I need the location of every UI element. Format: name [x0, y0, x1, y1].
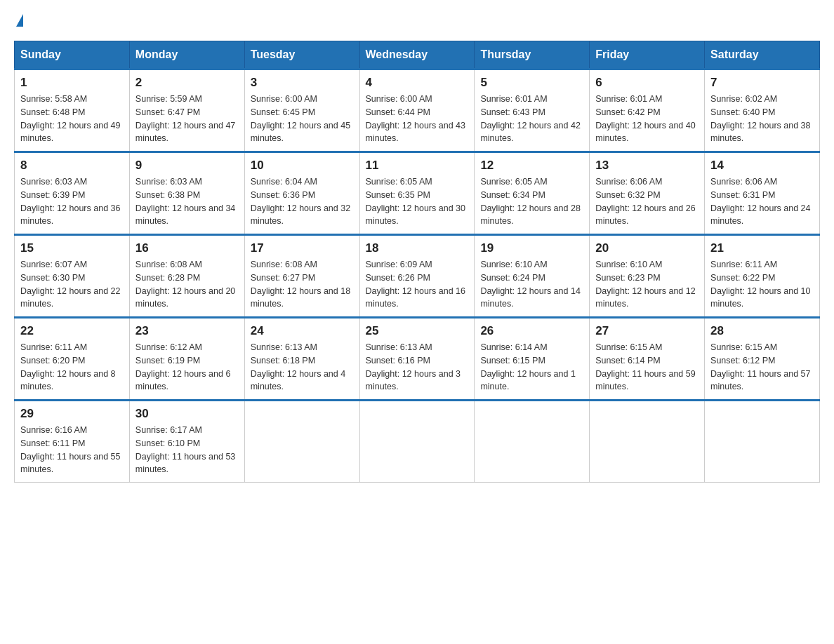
calendar-cell: 17Sunrise: 6:08 AMSunset: 6:27 PMDayligh…: [244, 235, 359, 318]
day-info: Sunrise: 6:10 AMSunset: 6:24 PMDaylight:…: [480, 258, 583, 311]
day-number: 29: [20, 407, 124, 421]
day-info: Sunrise: 6:13 AMSunset: 6:16 PMDaylight:…: [366, 341, 469, 394]
calendar-cell: 18Sunrise: 6:09 AMSunset: 6:26 PMDayligh…: [359, 235, 475, 318]
calendar-cell: 8Sunrise: 6:03 AMSunset: 6:39 PMDaylight…: [15, 152, 130, 235]
calendar-cell: 23Sunrise: 6:12 AMSunset: 6:19 PMDayligh…: [129, 318, 244, 401]
calendar-cell: 25Sunrise: 6:13 AMSunset: 6:16 PMDayligh…: [359, 318, 475, 401]
calendar-cell: 3Sunrise: 6:00 AMSunset: 6:45 PMDaylight…: [244, 69, 359, 152]
calendar-cell: 22Sunrise: 6:11 AMSunset: 6:20 PMDayligh…: [15, 318, 130, 401]
calendar-cell: 5Sunrise: 6:01 AMSunset: 6:43 PMDaylight…: [475, 69, 590, 152]
calendar-cell: 27Sunrise: 6:15 AMSunset: 6:14 PMDayligh…: [590, 318, 705, 401]
calendar-cell: 15Sunrise: 6:07 AMSunset: 6:30 PMDayligh…: [15, 235, 130, 318]
day-info: Sunrise: 6:15 AMSunset: 6:14 PMDaylight:…: [595, 341, 699, 394]
day-info: Sunrise: 6:12 AMSunset: 6:19 PMDaylight:…: [135, 341, 239, 394]
weekday-header-tuesday: Tuesday: [244, 41, 359, 69]
day-number: 12: [480, 159, 583, 173]
day-number: 30: [135, 407, 239, 421]
day-number: 24: [251, 324, 354, 338]
day-info: Sunrise: 6:16 AMSunset: 6:11 PMDaylight:…: [20, 424, 124, 476]
calendar-cell: [705, 401, 820, 483]
day-number: 26: [480, 324, 583, 338]
week-row-1: 1Sunrise: 5:58 AMSunset: 6:48 PMDaylight…: [15, 69, 820, 152]
weekday-header-wednesday: Wednesday: [359, 41, 475, 69]
day-number: 14: [710, 159, 814, 173]
weekday-header-friday: Friday: [590, 41, 705, 69]
calendar-cell: 24Sunrise: 6:13 AMSunset: 6:18 PMDayligh…: [244, 318, 359, 401]
day-info: Sunrise: 6:00 AMSunset: 6:44 PMDaylight:…: [366, 93, 469, 145]
calendar-cell: 12Sunrise: 6:05 AMSunset: 6:34 PMDayligh…: [475, 152, 590, 235]
logo: [14, 14, 23, 27]
calendar-cell: 30Sunrise: 6:17 AMSunset: 6:10 PMDayligh…: [129, 401, 244, 483]
weekday-header-monday: Monday: [129, 41, 244, 69]
day-info: Sunrise: 6:03 AMSunset: 6:38 PMDaylight:…: [135, 175, 239, 228]
calendar-cell: 1Sunrise: 5:58 AMSunset: 6:48 PMDaylight…: [15, 69, 130, 152]
page-header: [14, 14, 820, 27]
day-number: 8: [20, 159, 124, 173]
calendar-cell: 21Sunrise: 6:11 AMSunset: 6:22 PMDayligh…: [705, 235, 820, 318]
day-info: Sunrise: 6:17 AMSunset: 6:10 PMDaylight:…: [135, 424, 239, 476]
day-number: 5: [480, 76, 583, 90]
day-info: Sunrise: 6:00 AMSunset: 6:45 PMDaylight:…: [251, 93, 354, 145]
day-number: 28: [710, 324, 814, 338]
day-number: 25: [366, 324, 469, 338]
day-info: Sunrise: 6:07 AMSunset: 6:30 PMDaylight:…: [20, 258, 124, 311]
weekday-header-saturday: Saturday: [705, 41, 820, 69]
day-info: Sunrise: 6:10 AMSunset: 6:23 PMDaylight:…: [595, 258, 699, 311]
day-info: Sunrise: 6:03 AMSunset: 6:39 PMDaylight:…: [20, 175, 124, 228]
calendar-table: SundayMondayTuesdayWednesdayThursdayFrid…: [14, 41, 820, 483]
calendar-cell: 10Sunrise: 6:04 AMSunset: 6:36 PMDayligh…: [244, 152, 359, 235]
day-info: Sunrise: 6:11 AMSunset: 6:20 PMDaylight:…: [20, 341, 124, 394]
calendar-cell: 7Sunrise: 6:02 AMSunset: 6:40 PMDaylight…: [705, 69, 820, 152]
day-number: 19: [480, 241, 583, 255]
calendar-cell: 13Sunrise: 6:06 AMSunset: 6:32 PMDayligh…: [590, 152, 705, 235]
logo-triangle-icon: [16, 14, 23, 27]
day-number: 22: [20, 324, 124, 338]
day-number: 23: [135, 324, 239, 338]
day-info: Sunrise: 6:06 AMSunset: 6:32 PMDaylight:…: [595, 175, 699, 228]
weekday-header-row: SundayMondayTuesdayWednesdayThursdayFrid…: [15, 41, 820, 69]
day-number: 10: [251, 159, 354, 173]
calendar-cell: 9Sunrise: 6:03 AMSunset: 6:38 PMDaylight…: [129, 152, 244, 235]
day-number: 15: [20, 241, 124, 255]
day-number: 1: [20, 76, 124, 90]
day-number: 18: [366, 241, 469, 255]
day-info: Sunrise: 6:02 AMSunset: 6:40 PMDaylight:…: [710, 93, 814, 145]
day-number: 27: [595, 324, 699, 338]
calendar-cell: 26Sunrise: 6:14 AMSunset: 6:15 PMDayligh…: [475, 318, 590, 401]
weekday-header-thursday: Thursday: [475, 41, 590, 69]
day-info: Sunrise: 6:08 AMSunset: 6:27 PMDaylight:…: [251, 258, 354, 311]
day-info: Sunrise: 6:14 AMSunset: 6:15 PMDaylight:…: [480, 341, 583, 394]
calendar-cell: 14Sunrise: 6:06 AMSunset: 6:31 PMDayligh…: [705, 152, 820, 235]
day-number: 13: [595, 159, 699, 173]
day-info: Sunrise: 6:08 AMSunset: 6:28 PMDaylight:…: [135, 258, 239, 311]
day-info: Sunrise: 6:09 AMSunset: 6:26 PMDaylight:…: [366, 258, 469, 311]
calendar-cell: 2Sunrise: 5:59 AMSunset: 6:47 PMDaylight…: [129, 69, 244, 152]
weekday-header-sunday: Sunday: [15, 41, 130, 69]
week-row-2: 8Sunrise: 6:03 AMSunset: 6:39 PMDaylight…: [15, 152, 820, 235]
day-info: Sunrise: 6:01 AMSunset: 6:43 PMDaylight:…: [480, 93, 583, 145]
day-info: Sunrise: 6:04 AMSunset: 6:36 PMDaylight:…: [251, 175, 354, 228]
day-number: 16: [135, 241, 239, 255]
day-number: 6: [595, 76, 699, 90]
calendar-cell: 20Sunrise: 6:10 AMSunset: 6:23 PMDayligh…: [590, 235, 705, 318]
day-info: Sunrise: 6:13 AMSunset: 6:18 PMDaylight:…: [251, 341, 354, 394]
day-info: Sunrise: 6:05 AMSunset: 6:35 PMDaylight:…: [366, 175, 469, 228]
calendar-cell: [244, 401, 359, 483]
day-info: Sunrise: 6:05 AMSunset: 6:34 PMDaylight:…: [480, 175, 583, 228]
calendar-cell: 11Sunrise: 6:05 AMSunset: 6:35 PMDayligh…: [359, 152, 475, 235]
day-info: Sunrise: 5:59 AMSunset: 6:47 PMDaylight:…: [135, 93, 239, 145]
calendar-cell: [359, 401, 475, 483]
calendar-cell: 4Sunrise: 6:00 AMSunset: 6:44 PMDaylight…: [359, 69, 475, 152]
day-number: 9: [135, 159, 239, 173]
day-number: 7: [710, 76, 814, 90]
day-info: Sunrise: 6:06 AMSunset: 6:31 PMDaylight:…: [710, 175, 814, 228]
calendar-cell: [590, 401, 705, 483]
day-number: 2: [135, 76, 239, 90]
day-info: Sunrise: 6:11 AMSunset: 6:22 PMDaylight:…: [710, 258, 814, 311]
day-info: Sunrise: 6:15 AMSunset: 6:12 PMDaylight:…: [710, 341, 814, 394]
day-number: 17: [251, 241, 354, 255]
week-row-3: 15Sunrise: 6:07 AMSunset: 6:30 PMDayligh…: [15, 235, 820, 318]
calendar-cell: 29Sunrise: 6:16 AMSunset: 6:11 PMDayligh…: [15, 401, 130, 483]
week-row-5: 29Sunrise: 6:16 AMSunset: 6:11 PMDayligh…: [15, 401, 820, 483]
calendar-cell: 19Sunrise: 6:10 AMSunset: 6:24 PMDayligh…: [475, 235, 590, 318]
